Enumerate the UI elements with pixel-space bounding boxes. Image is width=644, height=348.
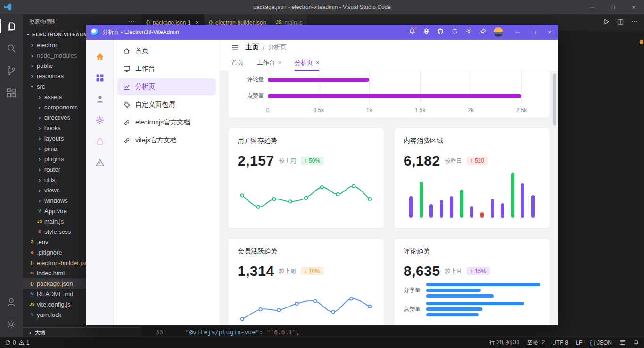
menu-item-electronjs官方文档[interactable]: electronjs官方文档: [117, 114, 216, 131]
pin-icon: [479, 28, 487, 35]
page-tab-工作台[interactable]: 工作台×: [257, 55, 281, 71]
vue-file-icon: V: [36, 208, 43, 213]
dashboard-scroll-area[interactable]: 评论量点赞量 00.5k1k1.5k2k2.5k 用户留存趋势 2,157 较上…: [220, 71, 558, 325]
user-avatar[interactable]: [494, 27, 503, 37]
activity-gear-button[interactable]: [0, 313, 23, 335]
github-button[interactable]: [437, 28, 444, 36]
status-item-2[interactable]: UTF-8: [552, 340, 568, 346]
maximize-icon[interactable]: □: [526, 25, 542, 40]
minimize-icon[interactable]: ─: [582, 0, 603, 14]
menu-item-工作台[interactable]: 工作台: [117, 60, 216, 77]
bell-button[interactable]: [409, 28, 416, 36]
js-file-icon: JS: [36, 219, 43, 224]
cards-row-1: 用户留存趋势 2,157 较上周 ↑ 50% 内容消费区域 6,182 较昨日: [228, 128, 550, 229]
activity-scm-button[interactable]: [0, 59, 23, 82]
close-icon[interactable]: ×: [316, 59, 319, 66]
rail-alert-button[interactable]: [94, 157, 106, 168]
vscode-window-controls: ─ □ ×: [582, 0, 644, 14]
rail-gear-button[interactable]: [94, 115, 106, 126]
card-metric: 2,157: [238, 153, 274, 169]
rail-home-button[interactable]: [94, 51, 106, 62]
tree-item-label: vite.config.js: [37, 301, 71, 308]
pin-button[interactable]: [479, 28, 487, 36]
gear-button[interactable]: [465, 28, 472, 36]
card-delta-badge: ↑ 15%: [467, 267, 490, 275]
line-chart-svg: [238, 283, 374, 325]
activity-account-button[interactable]: [0, 291, 23, 313]
gear-icon: [465, 28, 472, 35]
activity-search-button[interactable]: [0, 37, 23, 59]
close-icon[interactable]: ×: [542, 25, 558, 40]
menu-item-自定义面包屑[interactable]: 自定义面包屑: [117, 96, 216, 113]
status-item-0[interactable]: 行 20, 列 31: [489, 339, 520, 347]
menu-item-vitejs官方文档[interactable]: vitejs官方文档: [117, 132, 216, 149]
tree-item-label: components: [44, 104, 78, 111]
activity-files-button[interactable]: [0, 15, 23, 37]
code-text: "@vitejs/plugin-vue": "^6.0.1",: [171, 329, 300, 336]
engagement-chart-card: 评论量点赞量 00.5k1k1.5k2k2.5k: [228, 71, 550, 118]
outline-label: 大纲: [35, 329, 45, 336]
extensions-icon: [6, 88, 17, 98]
page-tab-首页[interactable]: 首页: [231, 55, 244, 71]
activity-extensions-button[interactable]: [0, 82, 23, 104]
card-title: 内容消费区域: [404, 137, 540, 145]
run-button[interactable]: [603, 18, 610, 27]
rail-lock-button[interactable]: [94, 136, 106, 147]
status-item-3[interactable]: LF: [576, 340, 582, 346]
status-item-4[interactable]: { } JSON: [590, 340, 612, 346]
bar: [426, 283, 540, 286]
status-item-1[interactable]: 空格: 2: [527, 339, 545, 347]
status-right: 行 20, 列 31空格: 2UTF-8LF{ } JSON: [489, 339, 639, 347]
bar: [501, 203, 504, 218]
scrollbar-thumb[interactable]: [553, 73, 556, 126]
engagement-bar-chart: 评论量点赞量: [238, 71, 540, 104]
bar-group-点赞量: 点赞量: [404, 302, 540, 316]
menu-item-分析页[interactable]: 分析页: [117, 78, 216, 95]
menu-item-首页[interactable]: 首页: [117, 42, 216, 59]
app-titlebar[interactable]: 分析页 - Electron38-ViteAdmin ─ □ ×: [86, 25, 558, 40]
status-problems[interactable]: 01: [5, 340, 29, 346]
notification-dot: [414, 27, 417, 29]
card-title: 会员活跃趋势: [238, 247, 374, 256]
card-delta-badge: ↓ 10%: [301, 267, 324, 275]
bar-group-分享量: 分享量: [404, 283, 540, 298]
member-activity-card: 会员活跃趋势 1,314 较上周 ↓ 10%: [228, 238, 384, 325]
split-button[interactable]: [617, 18, 624, 27]
page-tab-分析页[interactable]: 分析页×: [295, 55, 319, 71]
errors-indicator[interactable]: 0: [5, 340, 16, 346]
chevron-right-icon: ›: [36, 93, 43, 100]
bar: [426, 302, 524, 305]
layout-button[interactable]: [619, 340, 626, 346]
minimize-icon[interactable]: ─: [510, 25, 526, 40]
vscode-status-bar: 01 行 20, 列 31空格: 2UTF-8LF{ } JSON: [0, 337, 644, 348]
maximize-icon[interactable]: □: [603, 0, 623, 14]
yarn-file-icon: Y: [28, 312, 36, 317]
rail-grid-button[interactable]: [94, 72, 106, 83]
refresh-button[interactable]: [451, 28, 458, 36]
notifications-button[interactable]: [633, 340, 639, 346]
bar: [470, 206, 473, 218]
chevron-right-icon: ›: [36, 135, 43, 142]
gear-icon: [6, 319, 17, 330]
breadcrumb-root[interactable]: 主页: [246, 43, 259, 51]
tree-item-label: package.json: [37, 280, 73, 287]
close-icon[interactable]: ×: [278, 59, 281, 66]
rail-user-button[interactable]: [94, 93, 106, 105]
warnings-indicator[interactable]: 1: [18, 340, 30, 346]
editor-code-line[interactable]: 33 "@vitejs/plugin-vue": "^6.0.1",: [141, 327, 644, 337]
bar-group-label: 分享量: [404, 286, 426, 294]
more-button[interactable]: [631, 18, 638, 27]
tree-item-label: assets: [44, 93, 62, 100]
chevron-right-icon: ›: [36, 145, 43, 152]
menu-item-label: 首页: [135, 47, 149, 55]
card-compare-label: 较上月: [445, 267, 462, 275]
outline-section[interactable]: › 大纲: [23, 327, 141, 337]
chevron-right-icon: ›: [36, 156, 43, 163]
user-icon: [95, 94, 105, 104]
engagement-chart-axis: 00.5k1k1.5k2k2.5k: [268, 107, 521, 116]
card-title: 评论趋势: [404, 247, 540, 256]
globe-button[interactable]: [423, 28, 430, 36]
close-icon[interactable]: ×: [623, 0, 644, 14]
axis-tick-label: 1.5k: [414, 107, 425, 114]
hamburger-icon[interactable]: [231, 43, 239, 51]
